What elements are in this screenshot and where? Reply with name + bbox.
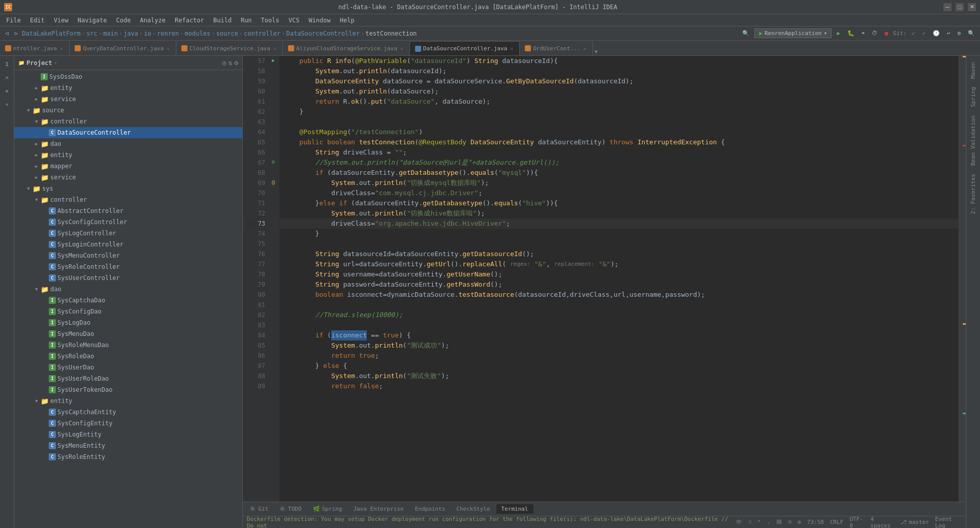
bottom-tab-git[interactable]: ⑨ Git xyxy=(245,504,274,514)
tree-item-sysusercontroller[interactable]: C SysUserController xyxy=(14,272,242,284)
git-commit-button[interactable]: ✓ xyxy=(910,29,918,38)
tree-item-sysconfigcontroller[interactable]: C SysConfigController xyxy=(14,216,242,228)
tree-item-entity1[interactable]: ▶ 📁 entity xyxy=(14,82,242,94)
breadcrumb-source[interactable]: source xyxy=(216,30,238,37)
tree-item-controller1[interactable]: ▼ 📁 controller xyxy=(14,116,242,127)
minimize-button[interactable]: ─ xyxy=(943,3,952,11)
tree-item-dao1[interactable]: ▶ 📁 dao xyxy=(14,138,242,149)
tree-item-sysroleentity[interactable]: C SysRoleEntity xyxy=(14,451,242,462)
sidebar-structure-icon[interactable]: ≡ xyxy=(1,71,13,83)
menu-vcs[interactable]: VCS xyxy=(284,16,304,25)
breadcrumb-io[interactable]: io xyxy=(144,30,151,37)
tree-item-sysconfigentity[interactable]: C SysConfigEntity xyxy=(14,418,242,429)
tab-aliyun[interactable]: AliyunCloudStorageService.java ✕ xyxy=(283,41,410,55)
sidebar-commit-icon[interactable]: ◈ xyxy=(1,84,13,97)
tree-item-sysuserdao[interactable]: I SysUserDao xyxy=(14,362,242,373)
tab-close-orduser[interactable]: ✕ xyxy=(582,46,587,51)
forward-button[interactable]: ▷ xyxy=(13,29,20,38)
tree-item-controller2[interactable]: ▼ 📁 controller xyxy=(14,194,242,205)
panel-title-dropdown[interactable]: ▾ xyxy=(54,60,57,66)
tree-item-sysmenucontroller[interactable]: C SysMenuController xyxy=(14,250,242,261)
tree-item-mapper[interactable]: ▶ 📁 mapper xyxy=(14,161,242,172)
bottom-tab-endpoints[interactable]: Endpoints xyxy=(410,504,451,514)
status-lang-zh[interactable]: 中 xyxy=(736,518,742,526)
tree-item-sysroledao[interactable]: I SysRoleDao xyxy=(14,351,242,362)
tree-item-service2[interactable]: ▶ 📁 service xyxy=(14,172,242,183)
tabs-overflow-button[interactable]: ▾ xyxy=(594,47,598,55)
sidebar-project-icon[interactable]: 1 xyxy=(1,58,13,70)
right-sidebar-maven[interactable]: Maven xyxy=(970,58,976,83)
panel-settings-button[interactable]: ⚙ xyxy=(234,59,238,67)
tree-item-abstractcontroller[interactable]: C AbstractController xyxy=(14,205,242,216)
menu-help[interactable]: Help xyxy=(336,16,359,25)
profile-button[interactable]: ⏱ xyxy=(870,29,879,38)
panel-expand-button[interactable]: ⇅ xyxy=(228,59,232,67)
stop-button[interactable]: ■ xyxy=(882,29,890,38)
tree-item-sysosd[interactable]: I SysOssDao xyxy=(14,71,242,82)
breadcrumb-main[interactable]: main xyxy=(103,30,118,37)
tree-item-syslogcontroller[interactable]: C SysLogController xyxy=(14,228,242,239)
tree-item-entity3[interactable]: ▼ 📁 entity xyxy=(14,395,242,407)
tab-orduser[interactable]: OrdUserCont... ✕ xyxy=(520,41,593,55)
project-tree[interactable]: I SysOssDao ▶ 📁 entity ▶ 📁 service ▼ 📁 xyxy=(14,70,242,528)
breadcrumb-renren[interactable]: renren xyxy=(157,30,179,37)
tab-ntroller[interactable]: ntroller.java ✕ xyxy=(0,41,70,55)
breadcrumb-dataLakePlatForm[interactable]: DataLakePlatForm xyxy=(22,30,81,37)
gutter-icon-65b[interactable]: @ xyxy=(269,178,277,186)
tab-close-datasource[interactable]: ✕ xyxy=(509,46,514,51)
menu-build[interactable]: Build xyxy=(209,16,236,25)
menu-code[interactable]: Code xyxy=(112,16,135,25)
settings-button[interactable]: ⚙ xyxy=(955,29,963,38)
status-indent[interactable]: 4 spaces xyxy=(870,516,894,529)
run-config-selector[interactable]: ▶ RenrenApplication ▾ xyxy=(754,28,832,38)
git-push-button[interactable]: ✓ xyxy=(920,29,928,38)
tree-item-sysconfigdao[interactable]: I SysConfigDao xyxy=(14,306,242,317)
status-encoding[interactable]: UTF-8 xyxy=(849,516,864,529)
tree-item-dao2[interactable]: ▼ 📁 dao xyxy=(14,284,242,295)
sidebar-bookmark-icon[interactable]: ★ xyxy=(1,98,13,110)
menu-window[interactable]: Window xyxy=(304,16,334,25)
close-button[interactable]: ✕ xyxy=(968,3,976,11)
menu-analyze[interactable]: Analyze xyxy=(136,16,170,25)
bottom-tab-todo[interactable]: ⑥ TODO xyxy=(275,504,307,514)
menu-view[interactable]: View xyxy=(50,16,73,25)
back-button[interactable]: ◁ xyxy=(3,29,11,38)
panel-locate-button[interactable]: ◎ xyxy=(223,59,227,67)
coverage-button[interactable]: ☂ xyxy=(860,29,867,38)
menu-edit[interactable]: Edit xyxy=(26,16,49,25)
breadcrumb-src[interactable]: src xyxy=(86,30,98,37)
status-simplified[interactable]: 簡 xyxy=(776,518,782,526)
menu-tools[interactable]: Tools xyxy=(257,16,283,25)
tree-item-entity2[interactable]: ▶ 📁 entity xyxy=(14,149,242,161)
tree-item-datasourcecontroller[interactable]: C DataSourceController xyxy=(14,127,242,138)
git-history-button[interactable]: 🕐 xyxy=(931,29,942,38)
tree-item-sysusertokendao[interactable]: I SysUserTokenDao xyxy=(14,384,242,395)
window-controls[interactable]: ─ □ ✕ xyxy=(943,3,976,11)
gutter-icon-65[interactable]: ⚙ xyxy=(269,158,277,166)
tab-querydatacontroller[interactable]: QueryDataController.java ✕ xyxy=(70,41,176,55)
tab-close-cloudstorage[interactable]: ✕ xyxy=(272,46,277,51)
gutter-icon-57[interactable]: ▶ xyxy=(269,56,277,64)
tree-item-sysmenudao[interactable]: I SysMenuDao xyxy=(14,328,242,339)
debug-button[interactable]: 🐛 xyxy=(845,29,857,38)
menu-run[interactable]: Run xyxy=(237,16,256,25)
status-line-ending[interactable]: CRLF xyxy=(830,519,844,525)
nav-search-button[interactable]: 🔍 xyxy=(740,29,751,38)
code-editor[interactable]: public R info(@PathVariable("datasourceI… xyxy=(279,56,959,502)
tree-item-syslogentity[interactable]: C SysLogEntity xyxy=(14,429,242,440)
tab-datasourcecontroller[interactable]: DataSourceController.java ✕ xyxy=(410,41,520,55)
tab-close-ntroller[interactable]: ✕ xyxy=(59,46,64,51)
tree-item-syslogincontroller[interactable]: C SysLoginController xyxy=(14,239,242,250)
tree-item-sysrolecontroller[interactable]: C SysRoleController xyxy=(14,261,242,272)
tab-close-querydata[interactable]: ✕ xyxy=(166,46,171,51)
tree-item-syscaptchaentity[interactable]: C SysCaptchaEntity xyxy=(14,407,242,418)
run-button[interactable]: ▶ xyxy=(835,29,842,38)
breadcrumb-java[interactable]: java xyxy=(123,30,138,37)
search-everywhere-button[interactable]: 🔍 xyxy=(966,29,977,38)
tree-item-syslogdao[interactable]: I SysLogDao xyxy=(14,317,242,328)
status-settings[interactable]: ⚙ xyxy=(798,519,801,525)
status-event-log[interactable]: Event Log xyxy=(935,516,962,529)
breadcrumb-datasourcecontroller[interactable]: DataSourceController xyxy=(286,30,360,37)
menu-file[interactable]: File xyxy=(2,16,25,25)
tree-item-source[interactable]: ▼ 📁 source xyxy=(14,105,242,116)
